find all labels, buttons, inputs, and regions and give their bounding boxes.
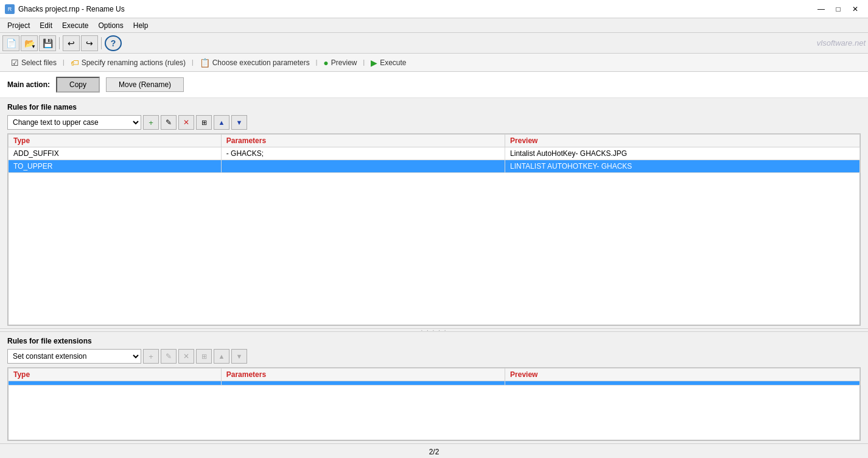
select-files-icon: ☑ — [11, 58, 19, 68]
preview-step[interactable]: ● Preview — [317, 57, 363, 69]
file-names-toolbar: Change text to upper case Add suffix Set… — [7, 115, 861, 130]
file-names-table: Type Parameters Preview ADD_SUFFIX - GHA… — [8, 134, 860, 173]
page-info: 2/2 — [429, 448, 439, 456]
ext-col-params-header: Parameters — [221, 368, 505, 381]
ext-row-type — [9, 381, 222, 386]
ext-table-row[interactable] — [9, 381, 860, 386]
file-names-empty-area — [8, 173, 860, 325]
ext-row-params — [221, 381, 505, 386]
ext-col-type-header: Type — [9, 368, 222, 381]
ext-col-preview-header: Preview — [505, 368, 860, 381]
menu-options[interactable]: Options — [93, 20, 128, 31]
file-names-title: Rules for file names — [7, 103, 861, 111]
help-button[interactable]: ? — [105, 35, 122, 51]
row-params — [221, 160, 505, 173]
menu-bar: Project Edit Execute Options Help — [0, 18, 868, 33]
execute-step[interactable]: ▶ Execute — [365, 57, 412, 69]
preview-label: Preview — [331, 58, 357, 67]
row-params: - GHACKS; — [221, 147, 505, 160]
row-preview: Lintalist AutoHotKey- GHACKS.JPG — [505, 147, 860, 160]
delete-rule-button[interactable]: ✕ — [178, 115, 194, 130]
menu-help[interactable]: Help — [128, 20, 153, 31]
copy-ext-rule-button[interactable]: ⊞ — [196, 349, 212, 364]
add-rule-button[interactable]: + — [143, 115, 159, 130]
row-type: ADD_SUFFIX — [9, 147, 222, 160]
execute-icon: ▶ — [371, 58, 377, 68]
window-title: Ghacks project.rnp - Rename Us — [18, 5, 125, 13]
close-button[interactable]: ✕ — [847, 3, 863, 15]
file-names-table-container: Type Parameters Preview ADD_SUFFIX - GHA… — [7, 133, 861, 326]
execution-icon: 📋 — [200, 58, 210, 68]
window-controls: — □ ✕ — [813, 3, 863, 15]
execution-params-label: Choose execution parameters — [212, 58, 310, 67]
row-preview: LINTALIST AUTOHOTKEY- GHACKS — [505, 160, 860, 173]
menu-execute[interactable]: Execute — [57, 20, 93, 31]
minimize-button[interactable]: — — [813, 3, 829, 15]
file-extensions-table: Type Parameters Preview — [8, 368, 860, 386]
maximize-button[interactable]: □ — [830, 3, 846, 15]
steps-bar: ☑ Select files | 🏷 Specify renaming acti… — [0, 54, 868, 72]
new-button[interactable]: 📄 — [2, 35, 19, 51]
table-row[interactable]: ADD_SUFFIX - GHACKS; Lintalist AutoHotKe… — [9, 147, 860, 160]
select-files-step[interactable]: ☑ Select files — [5, 57, 63, 69]
copy-rule-button[interactable]: ⊞ — [196, 115, 212, 130]
title-bar: R Ghacks project.rnp - Rename Us — □ ✕ — [0, 0, 868, 18]
toolbar: 📄 📂▼ 💾 ↩ ↪ ? vlsoftware.net — [0, 33, 868, 54]
ext-row-preview — [505, 381, 860, 386]
execution-params-step[interactable]: 📋 Choose execution parameters — [194, 57, 316, 69]
row-type: TO_UPPER — [9, 160, 222, 173]
toolbar-separator-1 — [59, 37, 60, 49]
col-type-header: Type — [9, 135, 222, 147]
toolbar-separator-2 — [101, 37, 102, 49]
menu-project[interactable]: Project — [2, 20, 35, 31]
file-extensions-section: Rules for file extensions Set constant e… — [0, 332, 868, 443]
edit-rule-button[interactable]: ✎ — [161, 115, 177, 130]
status-bar: 2/2 — [0, 443, 868, 458]
main-action-label: Main action: — [7, 80, 50, 89]
move-rename-button[interactable]: Move (Rename) — [106, 77, 184, 92]
file-names-dropdown[interactable]: Change text to upper case Add suffix Set… — [7, 115, 141, 130]
file-extensions-empty-area — [8, 386, 860, 440]
watermark: vlsoftware.net — [817, 38, 866, 48]
rename-actions-label: Specify renaming actions (rules) — [82, 58, 186, 67]
col-preview-header: Preview — [505, 135, 860, 147]
file-names-section: Rules for file names Change text to uppe… — [0, 98, 868, 328]
table-row[interactable]: TO_UPPER LINTALIST AUTOHOTKEY- GHACKS — [9, 160, 860, 173]
file-extensions-dropdown[interactable]: Set constant extension — [7, 349, 141, 364]
save-button[interactable]: 💾 — [39, 35, 56, 51]
select-files-label: Select files — [21, 58, 57, 67]
copy-button[interactable]: Copy — [56, 77, 100, 93]
add-ext-rule-button[interactable]: + — [143, 349, 159, 364]
move-down-button[interactable]: ▼ — [231, 115, 247, 130]
app-icon: R — [5, 4, 15, 14]
open-button[interactable]: 📂▼ — [21, 35, 38, 51]
edit-ext-rule-button[interactable]: ✎ — [161, 349, 177, 364]
col-params-header: Parameters — [221, 135, 505, 147]
move-up-button[interactable]: ▲ — [214, 115, 229, 130]
file-extensions-toolbar: Set constant extension + ✎ ✕ ⊞ ▲ ▼ — [7, 349, 861, 364]
splitter-dots: · · · · · — [421, 327, 447, 334]
execute-label: Execute — [380, 58, 406, 67]
delete-ext-rule-button[interactable]: ✕ — [178, 349, 194, 364]
move-ext-down-button[interactable]: ▼ — [231, 349, 247, 364]
move-ext-up-button[interactable]: ▲ — [214, 349, 229, 364]
rename-actions-step[interactable]: 🏷 Specify renaming actions (rules) — [65, 57, 192, 69]
file-extensions-title: Rules for file extensions — [7, 337, 861, 345]
main-action-bar: Main action: Copy Move (Rename) — [0, 72, 868, 98]
menu-edit[interactable]: Edit — [35, 20, 57, 31]
redo-button[interactable]: ↪ — [81, 35, 98, 51]
rename-icon: 🏷 — [71, 58, 79, 68]
file-extensions-table-container: Type Parameters Preview — [7, 367, 861, 441]
preview-icon: ● — [323, 58, 328, 68]
undo-button[interactable]: ↩ — [63, 35, 80, 51]
